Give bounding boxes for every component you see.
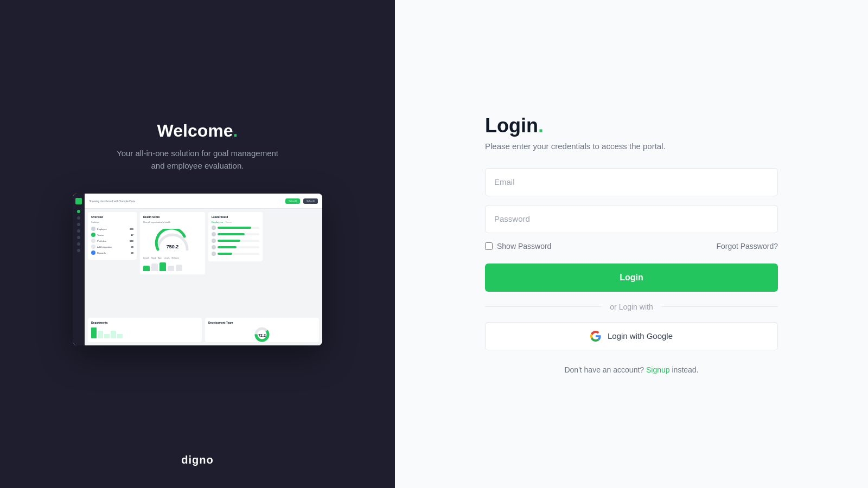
- leaderboard-row-5: [212, 252, 259, 256]
- mockup-row-dot-2: [91, 233, 95, 237]
- leaderboard-row-4: [212, 245, 259, 249]
- mockup-nav-dot-3: [77, 223, 80, 226]
- gauge-bar-1: [143, 266, 150, 271]
- mockup-leaderboard-col: Leaderboard Employees Teams: [208, 212, 263, 314]
- svg-text:72.2: 72.2: [258, 333, 266, 337]
- mockup-row-4: Add Integration 09: [91, 245, 133, 249]
- gauge-bar-2: [151, 264, 158, 271]
- google-icon: [590, 331, 601, 342]
- mockup-main: Showing dashboard with Sample Data Selec…: [85, 194, 322, 345]
- gauge-bar-4: [168, 266, 174, 271]
- show-password-checkbox[interactable]: [485, 242, 493, 250]
- mockup-content: Overview Subtotal Employee 800 Teams 27: [85, 209, 322, 318]
- bar-5: [117, 334, 123, 338]
- bar-2: [98, 331, 103, 338]
- forgot-password-link[interactable]: Forgot Password?: [716, 242, 778, 251]
- mockup-sidebar: [73, 194, 85, 345]
- mockup-overview-card: Overview Subtotal Employee 800 Teams 27: [88, 212, 137, 260]
- leaderboard-row-1: [212, 226, 259, 230]
- mockup-row-3: Portfolios 900: [91, 239, 133, 243]
- form-options: Show Password Forgot Password?: [485, 242, 778, 251]
- password-field[interactable]: [485, 205, 778, 233]
- mockup-donut: 72.2: [208, 326, 316, 343]
- mockup-overview-col: Overview Subtotal Employee 800 Teams 27: [88, 212, 137, 314]
- mockup-nav-dot-4: [77, 229, 80, 233]
- mockup-row-dot-4: [91, 245, 95, 249]
- mockup-row-5: Rewards 09: [91, 251, 133, 255]
- login-button[interactable]: Login: [485, 264, 778, 292]
- show-password-label[interactable]: Show Password: [485, 242, 551, 251]
- mockup-nav-dot-6: [77, 242, 80, 246]
- mockup-health-subtitle: Overall organisation's health: [143, 221, 202, 223]
- mockup-nav-dot-2: [77, 216, 80, 220]
- welcome-subtitle: Your all-in-one solution for goal manage…: [111, 147, 284, 172]
- or-text: or Login with: [610, 303, 653, 311]
- or-line-right: [662, 306, 778, 307]
- left-panel: Welcome. Your all-in-one solution for go…: [0, 0, 395, 488]
- mockup-leaderboard-title: Leaderboard: [212, 215, 259, 219]
- mockup-gauge-labels: Length Stack App Length Behavior: [143, 257, 202, 259]
- gauge-bar-3: [159, 262, 166, 271]
- mockup-btn-2: Select C: [303, 198, 318, 204]
- bar-4: [111, 331, 116, 338]
- mockup-health-title: Health Score: [143, 215, 202, 219]
- mockup-gauge-bars: [143, 262, 202, 271]
- mockup-departments-card: Departments: [88, 318, 202, 342]
- mockup-overview-subtitle: Subtotal: [91, 221, 133, 223]
- mockup-btn-1: Select B: [285, 198, 300, 204]
- mockup-row-dot-5: [91, 251, 95, 255]
- or-divider: or Login with: [485, 303, 778, 311]
- mockup-nav-dot-5: [77, 236, 80, 239]
- google-button-label: Login with Google: [608, 331, 673, 341]
- leaderboard-row-3: [212, 239, 259, 243]
- mockup-bottom-row: Departments Development Team: [85, 318, 322, 345]
- mockup-departments-title: Departments: [91, 321, 199, 324]
- left-content: Welcome. Your all-in-one solution for go…: [0, 121, 395, 345]
- mockup-row-dot-1: [91, 227, 95, 231]
- mockup-health-col: Health Score Overall organisation's heal…: [140, 212, 205, 314]
- mockup-nav-dot-7: [77, 249, 80, 252]
- mockup-team-title: Development Team: [208, 321, 316, 324]
- leaderboard-row-2: [212, 232, 259, 236]
- mockup-team-card: Development Team 72.2: [205, 318, 319, 342]
- or-line-left: [485, 306, 601, 307]
- mockup-logo: [75, 198, 82, 204]
- mockup-nav-dot-1: [77, 210, 80, 213]
- mockup-gauge-svg: 750.2: [154, 229, 192, 252]
- mockup-topbar: Showing dashboard with Sample Data Selec…: [85, 194, 322, 209]
- signup-link[interactable]: Signup: [646, 365, 670, 374]
- mockup-row-2: Teams 27: [91, 233, 133, 237]
- bar-3: [104, 334, 110, 338]
- brand-text: digno: [181, 454, 213, 466]
- mockup-topbar-text: Showing dashboard with Sample Data: [89, 200, 135, 203]
- mockup-gauge: 750.2: [143, 227, 202, 254]
- login-subtitle: Please enter your credentials to access …: [485, 142, 778, 151]
- mockup-bar-chart: [91, 326, 199, 338]
- email-field[interactable]: [485, 168, 778, 196]
- mockup-health-card: Health Score Overall organisation's heal…: [140, 212, 205, 274]
- welcome-title: Welcome.: [157, 121, 238, 141]
- signup-text: Don't have an account? Signup instead.: [485, 365, 778, 374]
- mockup-row-1: Employee 800: [91, 227, 133, 231]
- bar-1: [91, 328, 97, 338]
- svg-text:750.2: 750.2: [167, 244, 179, 249]
- mockup-leaderboard-card: Leaderboard Employees Teams: [208, 212, 263, 261]
- right-panel: Login. Please enter your credentials to …: [395, 0, 868, 488]
- google-login-button[interactable]: Login with Google: [485, 322, 778, 350]
- mockup-overview-title: Overview: [91, 215, 133, 219]
- dashboard-mockup: Showing dashboard with Sample Data Selec…: [73, 194, 322, 345]
- gauge-bar-5: [176, 265, 182, 271]
- mockup-row-dot-3: [91, 239, 95, 243]
- login-title: Login.: [485, 114, 778, 137]
- login-form-container: Login. Please enter your credentials to …: [485, 114, 778, 374]
